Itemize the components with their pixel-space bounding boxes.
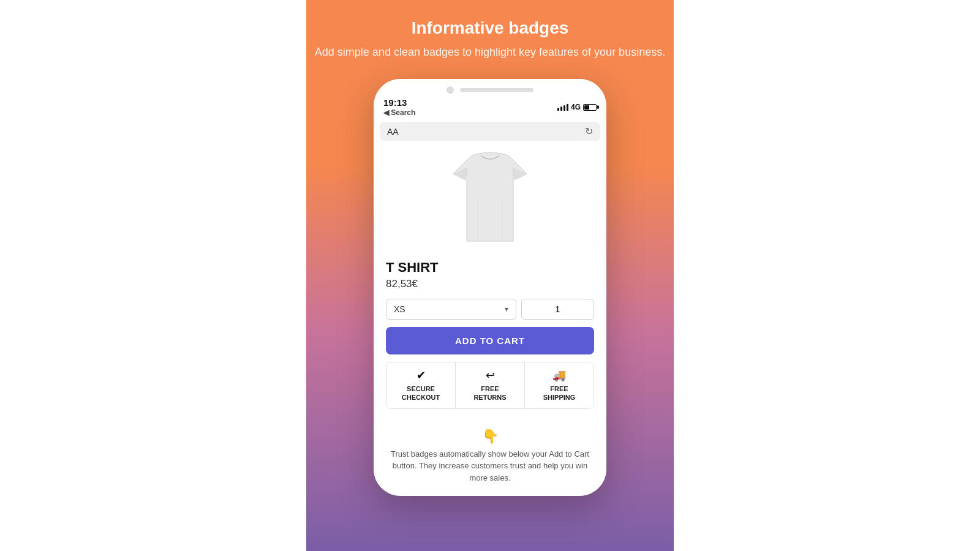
add-to-cart-button[interactable]: ADD TO CART: [386, 327, 594, 354]
quantity-value: 1: [555, 304, 560, 314]
badge-secure-checkout: ✔ SECURECHECKOUT: [386, 362, 456, 408]
badge-shipping-label: FREESHIPPING: [543, 384, 576, 402]
product-name: T SHIRT: [386, 260, 594, 276]
product-image-area: [374, 143, 606, 253]
bottom-info: 👇 Trust badges automatically show below …: [374, 419, 606, 497]
product-selectors: XS ▾ 1: [386, 299, 594, 320]
browser-aa: AA: [387, 127, 399, 137]
camera-notch: [447, 86, 454, 94]
badges-row: ✔ SECURECHECKOUT ↩ FREERETURNS 🚚 FREESHI…: [386, 362, 594, 409]
quantity-input[interactable]: 1: [521, 299, 594, 320]
size-value: XS: [394, 304, 405, 314]
signal-bar-1: [557, 108, 559, 111]
phone-notch: [374, 79, 606, 96]
signal-bars: [557, 104, 568, 111]
free-shipping-icon: 🚚: [552, 369, 566, 382]
status-left: 19:13 ◀ Search: [383, 97, 415, 117]
trust-text: Trust badges automatically show below yo…: [386, 448, 594, 484]
refresh-icon[interactable]: ↻: [585, 126, 593, 137]
badge-free-returns: ↩ FREERETURNS: [456, 362, 525, 408]
badge-returns-label: FREERETURNS: [473, 384, 506, 402]
chevron-down-icon: ▾: [505, 305, 508, 313]
status-right: 4G: [557, 103, 597, 111]
status-bar: 19:13 ◀ Search 4G: [374, 96, 606, 119]
product-details: T SHIRT 82,53€ XS ▾ 1 ADD TO CART ✔: [374, 253, 606, 419]
secure-checkout-icon: ✔: [417, 369, 426, 382]
phone-mockup: 19:13 ◀ Search 4G: [374, 79, 606, 496]
trust-emoji: 👇: [386, 429, 594, 444]
badge-free-shipping: 🚚 FREESHIPPING: [525, 362, 594, 408]
background: Informative badges Add simple and clean …: [0, 0, 980, 551]
status-back[interactable]: ◀ Search: [383, 108, 415, 117]
browser-bar[interactable]: AA ↻: [380, 122, 600, 141]
notch-bar: [460, 88, 533, 92]
tshirt-image: [447, 149, 533, 247]
free-returns-icon: ↩: [486, 369, 495, 382]
status-time: 19:13: [383, 97, 415, 108]
content-center: Informative badges Add simple and clean …: [306, 18, 674, 496]
signal-bar-3: [564, 105, 565, 111]
page-subtitle: Add simple and clean badges to highlight…: [315, 44, 665, 61]
product-price: 82,53€: [386, 278, 594, 290]
size-selector[interactable]: XS ▾: [386, 299, 516, 320]
network-label: 4G: [571, 103, 581, 111]
signal-bar-2: [560, 107, 562, 111]
battery-icon: [583, 104, 597, 111]
badge-secure-label: SECURECHECKOUT: [402, 384, 440, 402]
battery-fill: [584, 105, 589, 110]
signal-bar-4: [567, 104, 568, 111]
side-white-left: [0, 0, 306, 551]
page-title: Informative badges: [412, 18, 569, 38]
side-white-right: [674, 0, 980, 551]
